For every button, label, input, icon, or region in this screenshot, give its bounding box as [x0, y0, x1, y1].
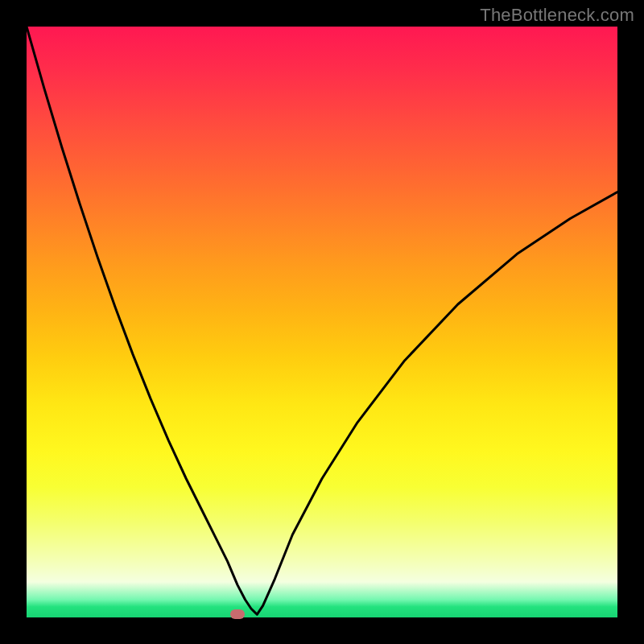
optimum-marker [230, 609, 245, 619]
curve-path [27, 27, 617, 614]
attribution-text: TheBottleneck.com [480, 5, 634, 26]
plot-area [27, 27, 617, 617]
chart-frame: TheBottleneck.com [0, 0, 644, 644]
bottleneck-curve [27, 27, 617, 617]
